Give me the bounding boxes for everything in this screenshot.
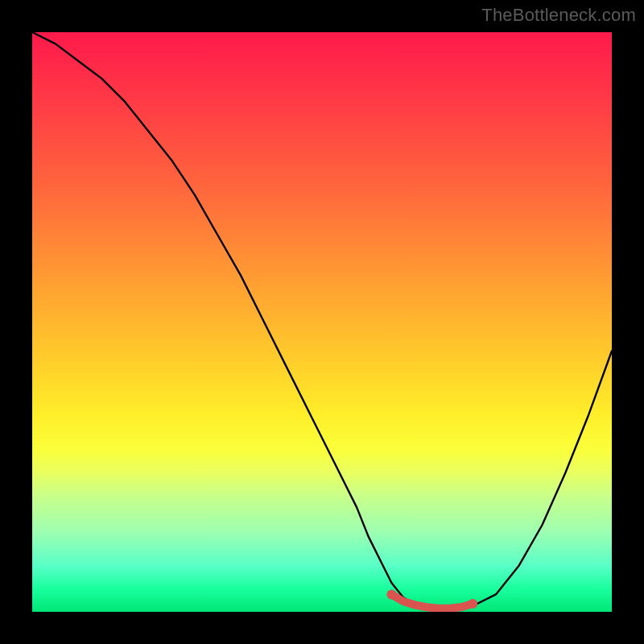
chart-svg xyxy=(32,32,612,612)
bottleneck-curve xyxy=(32,32,612,609)
optimal-dot-right xyxy=(468,599,477,609)
plot-area xyxy=(32,32,612,612)
watermark-text: TheBottleneck.com xyxy=(481,5,636,26)
chart-stage: TheBottleneck.com xyxy=(0,0,644,644)
optimal-dot-left xyxy=(386,589,396,599)
